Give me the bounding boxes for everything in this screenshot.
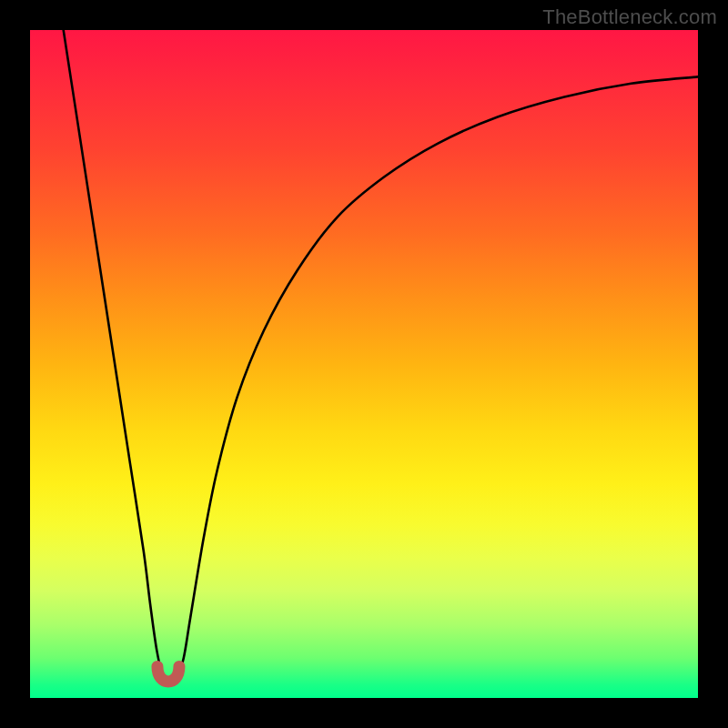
plot-area (30, 30, 698, 698)
curve-svg (30, 30, 698, 698)
attribution-label: TheBottleneck.com (542, 5, 717, 29)
chart-frame: TheBottleneck.com (0, 0, 728, 728)
cusp-marker-path (157, 666, 179, 682)
bottleneck-curve-path (64, 30, 698, 680)
